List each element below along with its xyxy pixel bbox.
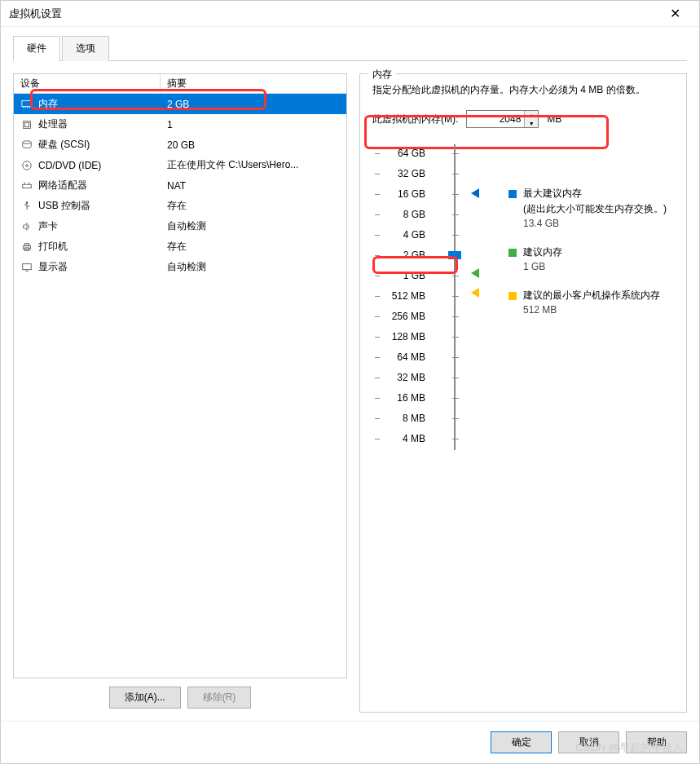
- device-name: 声卡: [38, 219, 58, 233]
- device-summary: 2 GB: [161, 97, 346, 112]
- spinner-down-icon[interactable]: ▼: [525, 119, 538, 127]
- device-row-sound[interactable]: 声卡自动检测: [14, 216, 346, 236]
- memory-unit: MB: [547, 113, 561, 125]
- marker-max-icon: [471, 188, 479, 198]
- close-icon[interactable]: ✕: [658, 6, 691, 21]
- scale-handle[interactable]: [448, 251, 461, 259]
- titlebar: 虚拟机设置 ✕: [1, 1, 699, 27]
- footer: 确定 取消 帮助 CSDN @早起的年轻人: [1, 721, 699, 763]
- max-value: 13.4 GB: [523, 218, 667, 229]
- device-summary: 存在: [161, 197, 346, 214]
- help-button[interactable]: 帮助: [626, 731, 687, 753]
- cd-icon: [20, 160, 33, 171]
- device-summary: 自动检测: [161, 258, 346, 276]
- scale-tick: 512 MB: [372, 287, 442, 305]
- main-area: 设备 摘要 内存2 GB处理器1硬盘 (SCSI)20 GBCD/DVD (ID…: [13, 61, 687, 713]
- device-list: 设备 摘要 内存2 GB处理器1硬盘 (SCSI)20 GBCD/DVD (ID…: [13, 73, 347, 678]
- square-blue-icon: [508, 190, 517, 198]
- scale-tick: 64 GB: [372, 144, 442, 162]
- network-icon: [20, 180, 33, 192]
- device-summary: 正在使用文件 C:\Users\Hero...: [161, 157, 346, 174]
- scale-tick: 64 MB: [372, 348, 442, 366]
- tick-label: 128 MB: [392, 331, 425, 342]
- scale-tick: 32 MB: [372, 369, 442, 386]
- tick-label: 16 GB: [398, 188, 425, 200]
- min-title: 建议的最小客户机操作系统内存: [523, 289, 660, 303]
- tab-options[interactable]: 选项: [62, 36, 109, 61]
- device-summary: NAT: [161, 179, 346, 193]
- spinner-up-icon[interactable]: ▲: [525, 111, 538, 119]
- window-title: 虚拟机设置: [9, 7, 658, 21]
- scale-tick: 2 GB: [372, 246, 442, 264]
- tick-label: 4 MB: [403, 433, 425, 444]
- device-row-memory[interactable]: 内存2 GB: [14, 94, 346, 114]
- scale-tick: 8 GB: [372, 205, 442, 223]
- device-row-printer[interactable]: 打印机存在: [14, 236, 346, 257]
- scale-tick: 128 MB: [372, 328, 442, 346]
- device-panel: 设备 摘要 内存2 GB处理器1硬盘 (SCSI)20 GBCD/DVD (ID…: [13, 73, 347, 713]
- tick-label: 256 MB: [392, 311, 425, 322]
- list-header: 设备 摘要: [14, 74, 346, 94]
- svg-rect-20: [23, 263, 32, 269]
- info-max: 最大建议内存 (超出此大小可能发生内存交换。) 13.4 GB: [508, 187, 674, 229]
- memory-spinner: ▲ ▼: [466, 110, 539, 128]
- svg-line-15: [24, 204, 28, 205]
- memory-icon: [20, 99, 33, 110]
- device-name: 网络适配器: [38, 179, 87, 192]
- device-summary: 存在: [161, 238, 346, 255]
- add-button[interactable]: 添加(A)...: [109, 687, 181, 709]
- svg-rect-0: [22, 100, 32, 106]
- tick-label: 8 GB: [403, 209, 425, 220]
- scale-tick: 4 MB: [372, 430, 442, 448]
- tick-label: 512 MB: [392, 290, 425, 302]
- info-rec: 建议内存 1 GB: [508, 245, 674, 272]
- tick-label: 32 GB: [398, 168, 425, 179]
- device-row-usb[interactable]: USB 控制器存在: [14, 196, 346, 216]
- device-row-disk[interactable]: 硬盘 (SCSI)20 GB: [14, 135, 346, 155]
- tick-label: 4 GB: [403, 229, 425, 241]
- svg-rect-18: [24, 243, 29, 245]
- device-name: 显示器: [38, 260, 68, 274]
- scale-tick: 256 MB: [372, 307, 442, 325]
- memory-panel: 内存 指定分配给此虚拟机的内存量。内存大小必须为 4 MB 的倍数。 此虚拟机的…: [359, 73, 687, 713]
- square-yellow-icon: [508, 292, 517, 300]
- svg-point-7: [23, 140, 32, 144]
- memory-input[interactable]: [467, 111, 524, 127]
- remove-button: 移除(R): [187, 687, 252, 709]
- device-name: CD/DVD (IDE): [38, 160, 101, 171]
- marker-min-icon: [471, 288, 479, 298]
- cancel-button[interactable]: 取消: [558, 731, 619, 753]
- memory-desc: 指定分配给此虚拟机的内存量。内存大小必须为 4 MB 的倍数。: [372, 82, 674, 98]
- printer-icon: [20, 241, 33, 253]
- memory-label: 此虚拟机的内存(M):: [372, 113, 458, 126]
- memory-input-row: 此虚拟机的内存(M): ▲ ▼ MB: [372, 110, 674, 128]
- device-buttons: 添加(A)... 移除(R): [13, 678, 347, 713]
- tab-hardware[interactable]: 硬件: [13, 36, 60, 61]
- scale-tick: 8 MB: [372, 409, 442, 427]
- device-summary: 20 GB: [161, 138, 346, 152]
- header-device: 设备: [14, 74, 161, 93]
- device-summary: 自动检测: [161, 218, 346, 235]
- device-name: 内存: [38, 97, 58, 111]
- ok-button[interactable]: 确定: [491, 731, 552, 753]
- max-title: 最大建议内存: [523, 187, 667, 201]
- device-row-cpu[interactable]: 处理器1: [14, 114, 346, 135]
- tick-label: 32 MB: [397, 372, 425, 383]
- device-row-display[interactable]: 显示器自动检测: [14, 257, 346, 277]
- svg-point-9: [26, 164, 29, 166]
- content-area: 硬件 选项 设备 摘要 内存2 GB处理器1硬盘 (SCSI)20 GBCD/D…: [1, 27, 699, 721]
- list-body: 内存2 GB处理器1硬盘 (SCSI)20 GBCD/DVD (IDE)正在使用…: [14, 94, 346, 678]
- tick-label: 8 MB: [403, 413, 425, 424]
- scale-tick: 16 GB: [372, 185, 442, 203]
- tick-label: 64 MB: [397, 351, 425, 363]
- tab-bar: 硬件 选项: [13, 35, 687, 61]
- marker-rec-icon: [471, 268, 479, 278]
- device-summary: 1: [161, 117, 346, 132]
- scale-tick: 1 GB: [372, 267, 442, 285]
- device-row-network[interactable]: 网络适配器NAT: [14, 175, 346, 196]
- tick-label: 16 MB: [397, 392, 425, 404]
- header-summary: 摘要: [161, 74, 346, 93]
- scale-track[interactable]: [450, 144, 461, 450]
- device-row-cd[interactable]: CD/DVD (IDE)正在使用文件 C:\Users\Hero...: [14, 155, 346, 175]
- tick-label: 2 GB: [403, 250, 425, 261]
